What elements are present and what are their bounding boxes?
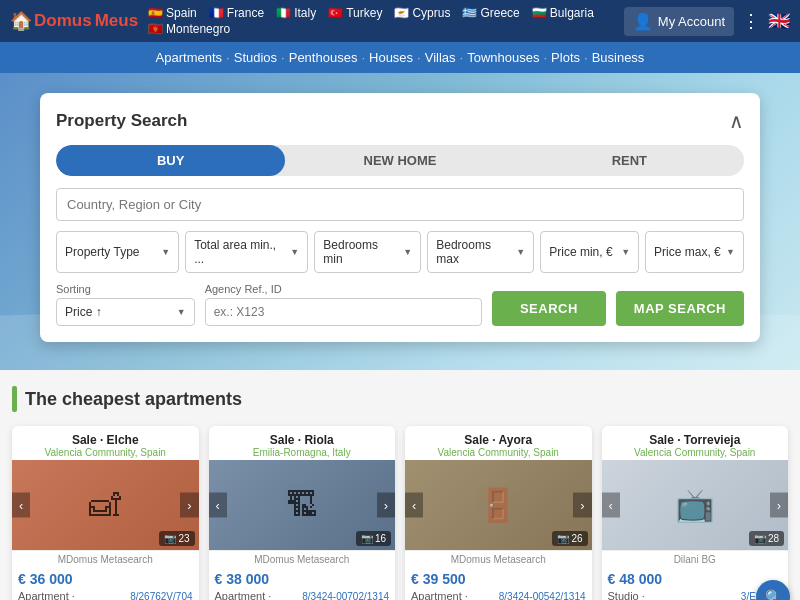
card-next-button[interactable]: ›: [377, 493, 395, 518]
search-panel-header: Property Search ∧: [56, 109, 744, 133]
bedrooms-min-filter[interactable]: Bedrooms min ▼: [314, 231, 421, 273]
price-max-filter[interactable]: Price max, € ▼: [645, 231, 744, 273]
logo-icon: 🏠: [10, 10, 32, 32]
agency-input[interactable]: [205, 298, 482, 326]
nav-item-business[interactable]: Business: [592, 50, 645, 65]
collapse-button[interactable]: ∧: [729, 109, 744, 133]
language-flag-icon[interactable]: 🇬🇧: [768, 10, 790, 32]
property-type-filter[interactable]: Property Type ▼: [56, 231, 179, 273]
property-card[interactable]: Sale · Torrevieja Valencia Community, Sp…: [602, 426, 789, 600]
nav-item-studios[interactable]: Studios: [234, 50, 277, 65]
camera-icon: 📷: [361, 533, 373, 544]
property-cards-container: Sale · Elche Valencia Community, Spain 🛋…: [12, 426, 788, 600]
card-agency: Dilani BG: [602, 550, 789, 568]
cheapest-section: The cheapest apartments Sale · Elche Val…: [0, 370, 800, 600]
card-prev-button[interactable]: ‹: [209, 493, 227, 518]
country-bulgaria[interactable]: 🇧🇬 Bulgaria: [532, 6, 594, 20]
price-min-arrow: ▼: [621, 247, 630, 257]
sort-select[interactable]: Price ↑ ▼: [56, 298, 195, 326]
price-min-label: Price min, €: [549, 245, 612, 259]
total-area-arrow: ▼: [290, 247, 299, 257]
card-property-type: Studio ·: [608, 590, 645, 600]
card-header: Sale · Torrevieja Valencia Community, Sp…: [602, 426, 789, 460]
sort-group: Sorting Price ↑ ▼: [56, 283, 195, 326]
logo[interactable]: 🏠 Domus Meus: [10, 10, 138, 32]
flag-montenegro: 🇲🇪: [148, 22, 163, 36]
menu-dots-icon[interactable]: ⋮: [742, 10, 760, 32]
nav-item-apartments[interactable]: Apartments: [156, 50, 222, 65]
card-ref: 8/26762V/704: [130, 591, 192, 601]
bedrooms-max-filter[interactable]: Bedrooms max ▼: [427, 231, 534, 273]
country-italy-label: Italy: [294, 6, 316, 20]
photo-count-value: 28: [768, 533, 779, 544]
country-montenegro-label: Montenegro: [166, 22, 230, 36]
card-image-icon: 🚪: [478, 486, 518, 524]
price-max-label: Price max, €: [654, 245, 721, 259]
tab-rent[interactable]: RENT: [515, 145, 744, 176]
bedrooms-min-label: Bedrooms min: [323, 238, 399, 266]
logo-text: Domus: [34, 11, 92, 31]
account-label: My Account: [658, 14, 725, 29]
card-next-button[interactable]: ›: [573, 493, 591, 518]
account-icon: 👤: [633, 12, 653, 31]
card-header: Sale · Ayora Valencia Community, Spain: [405, 426, 592, 460]
tab-buy[interactable]: BUY: [56, 145, 285, 176]
card-prev-button[interactable]: ‹: [405, 493, 423, 518]
nav-item-townhouses[interactable]: Townhouses: [467, 50, 539, 65]
country-spain[interactable]: 🇪🇸 Spain: [148, 6, 197, 20]
flag-cyprus: 🇨🇾: [394, 6, 409, 20]
sort-arrow: ▼: [177, 307, 186, 317]
country-italy[interactable]: 🇮🇹 Italy: [276, 6, 316, 20]
account-button[interactable]: 👤 My Account: [624, 7, 734, 36]
nav-item-penthouses[interactable]: Penthouses: [289, 50, 358, 65]
total-area-filter[interactable]: Total area min., ... ▼: [185, 231, 308, 273]
card-image-wrap: 🛋 ‹ › 📷 23: [12, 460, 199, 550]
price-min-filter[interactable]: Price min, € ▼: [540, 231, 639, 273]
country-cyprus[interactable]: 🇨🇾 Cyprus: [394, 6, 450, 20]
card-next-button[interactable]: ›: [180, 493, 198, 518]
logo-icon2: Meus: [95, 11, 138, 31]
country-turkey[interactable]: 🇹🇷 Turkey: [328, 6, 382, 20]
card-location: Emilia-Romagna, Italy: [213, 447, 392, 458]
price-max-arrow: ▼: [726, 247, 735, 257]
country-bulgaria-label: Bulgaria: [550, 6, 594, 20]
country-france[interactable]: 🇫🇷 France: [209, 6, 264, 20]
cheapest-title-row: The cheapest apartments: [12, 386, 788, 412]
card-photo-count: 📷 16: [356, 531, 391, 546]
nav-bar: Apartments·Studios·Penthouses·Houses·Vil…: [0, 42, 800, 73]
country-montenegro[interactable]: 🇲🇪 Montenegro: [148, 22, 230, 36]
search-button[interactable]: SEARCH: [492, 291, 606, 326]
flag-italy: 🇮🇹: [276, 6, 291, 20]
sort-label: Sorting: [56, 283, 195, 295]
map-search-button[interactable]: MAP SEARCH: [616, 291, 744, 326]
country-input[interactable]: [56, 188, 744, 221]
filters-row: Property Type ▼ Total area min., ... ▼ B…: [56, 231, 744, 273]
country-turkey-label: Turkey: [346, 6, 382, 20]
country-greece[interactable]: 🇬🇷 Greece: [462, 6, 519, 20]
card-prev-button[interactable]: ‹: [12, 493, 30, 518]
card-prev-button[interactable]: ‹: [602, 493, 620, 518]
header: 🏠 Domus Meus 🇪🇸 Spain 🇫🇷 France 🇮🇹 Italy…: [0, 0, 800, 42]
card-ref: 8/3424-00702/1314: [302, 591, 389, 601]
nav-item-plots[interactable]: Plots: [551, 50, 580, 65]
tab-new-home[interactable]: NEW HOME: [285, 145, 514, 176]
nav-item-houses[interactable]: Houses: [369, 50, 413, 65]
property-card[interactable]: Sale · Ayora Valencia Community, Spain 🚪…: [405, 426, 592, 600]
total-area-label: Total area min., ...: [194, 238, 286, 266]
camera-icon: 📷: [164, 533, 176, 544]
search-bottom-row: Sorting Price ↑ ▼ Agency Ref., ID SEARCH…: [56, 283, 744, 326]
card-sale-title: Sale · Riola: [213, 433, 392, 447]
property-card[interactable]: Sale · Elche Valencia Community, Spain 🛋…: [12, 426, 199, 600]
bedrooms-max-label: Bedrooms max: [436, 238, 512, 266]
nav-item-villas[interactable]: Villas: [425, 50, 456, 65]
flag-turkey: 🇹🇷: [328, 6, 343, 20]
card-agency: MDomus Metasearch: [405, 550, 592, 568]
card-location: Valencia Community, Spain: [16, 447, 195, 458]
card-sale-title: Sale · Elche: [16, 433, 195, 447]
card-type-ref: Apartment · 8/3424-00542/1314: [405, 590, 592, 600]
card-sale-title: Sale · Torrevieja: [606, 433, 785, 447]
card-next-button[interactable]: ›: [770, 493, 788, 518]
card-image-wrap: 🚪 ‹ › 📷 26: [405, 460, 592, 550]
property-card[interactable]: Sale · Riola Emilia-Romagna, Italy 🏗 ‹ ›…: [209, 426, 396, 600]
nav-separator: ·: [361, 50, 365, 65]
